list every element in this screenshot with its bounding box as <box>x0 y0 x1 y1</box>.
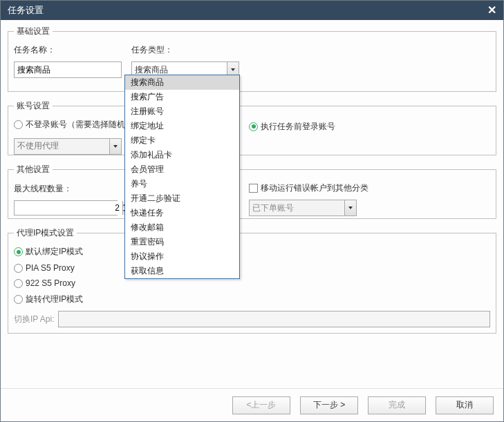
radio-pia-s5[interactable]: PIA S5 Proxy <box>14 263 490 273</box>
task-type-label: 任务类型： <box>131 44 249 56</box>
group-account: 账号设置 不登录账号（需要选择随机 执行任务前登录账号 不使 <box>8 100 496 155</box>
next-button[interactable]: 下一步 > <box>300 396 358 414</box>
switch-ip-api-input[interactable] <box>58 311 490 327</box>
radio-pia-s5-label: PIA S5 Proxy <box>26 263 75 273</box>
task-type-option[interactable]: 会员管理 <box>125 162 239 177</box>
cancel-button[interactable]: 取消 <box>436 396 494 414</box>
dialog-body: 基础设置 任务名称： 任务类型： 搜索商品 账号设置 <box>1 20 503 388</box>
switch-ip-api-label: 切换IP Api: <box>14 314 54 325</box>
chevron-down-icon[interactable] <box>344 200 356 215</box>
task-type-dropdown[interactable]: 搜索商品搜索广告注册账号绑定地址绑定卡添加礼品卡会员管理养号开通二步验证快递任务… <box>124 75 240 279</box>
task-type-option[interactable]: 注册账号 <box>125 104 239 119</box>
finish-button[interactable]: 完成 <box>368 396 426 414</box>
group-basic-legend: 基础设置 <box>14 26 53 37</box>
task-type-option[interactable]: 绑定卡 <box>125 133 239 148</box>
task-name-label: 任务名称： <box>14 44 131 56</box>
group-account-legend: 账号设置 <box>14 100 53 112</box>
group-proxy-mode: 代理IP模式设置 默认绑定IP模式 PIA S5 Proxy 922 S5 Pr… <box>8 227 496 334</box>
task-type-option[interactable]: 搜索商品 <box>125 75 239 90</box>
task-type-option[interactable]: 养号 <box>125 177 239 191</box>
radio-rotate[interactable]: 旋转代理IP模式 <box>14 294 490 305</box>
radio-rotate-label: 旋转代理IP模式 <box>26 294 83 305</box>
check-move-error[interactable]: 移动运行错误帐户到其他分类 <box>249 182 368 194</box>
task-settings-window: 任务设置 ✕ 基础设置 任务名称： 任务类型： 搜索商品 <box>0 0 504 422</box>
task-type-option[interactable]: 重置密码 <box>125 235 239 249</box>
group-basic: 基础设置 任务名称： 任务类型： 搜索商品 <box>8 26 496 92</box>
task-type-option[interactable]: 添加礼品卡 <box>125 148 239 162</box>
ordered-account-selected: 已下单账号 <box>250 202 344 214</box>
task-type-option[interactable]: 搜索广告 <box>125 90 239 104</box>
task-type-option[interactable]: 开通二步验证 <box>125 191 239 206</box>
group-other-legend: 其他设置 <box>14 164 53 175</box>
task-name-input[interactable] <box>14 61 122 78</box>
radio-no-login-label: 不登录账号（需要选择随机 <box>26 119 125 131</box>
group-proxy-mode-legend: 代理IP模式设置 <box>14 227 77 239</box>
task-type-selected: 搜索商品 <box>132 64 227 76</box>
radio-login-before-task-label: 执行任务前登录账号 <box>261 121 335 133</box>
radio-no-login[interactable]: 不登录账号（需要选择随机 <box>14 119 125 131</box>
task-type-option[interactable]: 获取信息 <box>125 264 239 278</box>
radio-default-bind-label: 默认绑定IP模式 <box>26 246 83 258</box>
dialog-footer: <上一步 下一步 > 完成 取消 <box>1 388 503 421</box>
task-type-option[interactable]: 快递任务 <box>125 206 239 220</box>
task-type-option[interactable]: 绑定地址 <box>125 119 239 133</box>
proxy-selected: 不使用代理 <box>15 140 109 152</box>
radio-922-s5-label: 922 S5 Proxy <box>26 278 75 288</box>
radio-login-before-task[interactable]: 执行任务前登录账号 <box>249 121 335 133</box>
titlebar: 任务设置 ✕ <box>1 1 503 20</box>
window-title: 任务设置 <box>8 4 44 17</box>
group-other: 其他设置 最大线程数量： 移动运行错误帐户到其他分类 <box>8 164 496 219</box>
prev-button[interactable]: <上一步 <box>232 396 290 414</box>
close-icon[interactable]: ✕ <box>487 3 496 17</box>
check-move-error-label: 移动运行错误帐户到其他分类 <box>261 182 368 194</box>
radio-default-bind[interactable]: 默认绑定IP模式 <box>14 246 490 258</box>
chevron-down-icon[interactable] <box>109 139 121 154</box>
task-type-option[interactable]: 修改邮箱 <box>125 220 239 235</box>
max-threads-input[interactable] <box>15 201 122 215</box>
proxy-combo[interactable]: 不使用代理 <box>14 138 122 155</box>
max-threads-spinner[interactable] <box>14 200 118 215</box>
ordered-account-combo[interactable]: 已下单账号 <box>249 200 357 216</box>
task-type-option[interactable]: 协议操作 <box>125 249 239 264</box>
radio-922-s5[interactable]: 922 S5 Proxy <box>14 278 490 288</box>
